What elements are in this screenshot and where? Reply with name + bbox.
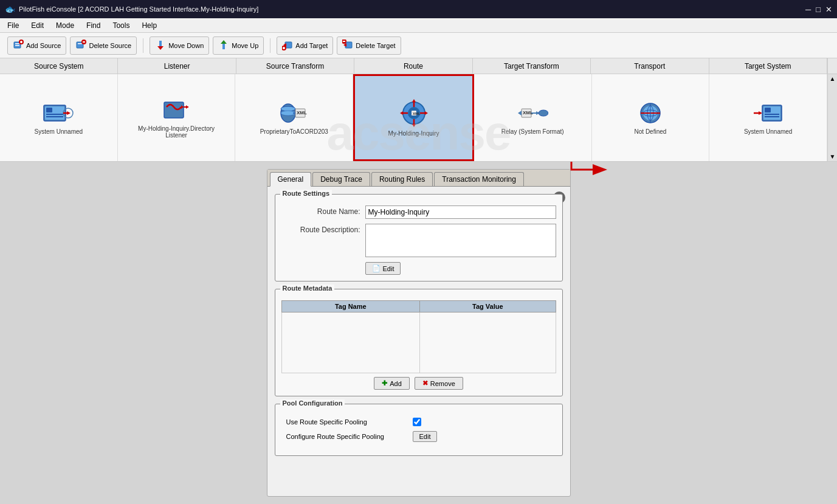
col-header-source-transform: Source Transform [236, 58, 354, 74]
delete-source-button[interactable]: Delete Source [70, 36, 137, 55]
close-button[interactable]: ✕ [825, 5, 832, 14]
route-metadata-section: Route Metadata Tag Name Tag Value [275, 289, 563, 396]
svg-rect-26 [46, 114, 63, 115]
tab-general[interactable]: General [270, 172, 312, 187]
target-system-icon [753, 100, 784, 126]
listener-label: My-Holding-Inquiry.Directory Listener [138, 125, 215, 139]
menu-find[interactable]: Find [81, 20, 105, 31]
toolbar: Add Source Delete Source Move Dow [0, 33, 837, 58]
pool-config-section: Pool Configuration Use Route Specific Po… [275, 404, 563, 456]
pool-config-edit-button[interactable]: Edit [413, 431, 438, 442]
pipeline-source-transform[interactable]: XML ProprietaryToACORD203 [235, 74, 353, 161]
remove-icon: ✖ [422, 379, 428, 387]
col-header-source-system: Source System [0, 58, 118, 74]
pipeline-route[interactable]: XML My-Holding-Inquiry [353, 74, 474, 161]
tag-name-header: Tag Name [281, 301, 420, 312]
pipeline-target-transform[interactable]: XML Relay (System Format) [474, 74, 592, 161]
target-transform-icon: XML [517, 100, 548, 126]
pipeline-scrollbar[interactable]: ▲ ▼ [827, 74, 837, 161]
pipeline-header: Source System Listener Source Transform … [0, 58, 837, 74]
scroll-up-arrow[interactable]: ▲ [828, 74, 837, 83]
menu-mode[interactable]: Mode [51, 20, 79, 31]
app-icon: 🐟 [5, 4, 15, 14]
menu-tools[interactable]: Tools [108, 20, 134, 31]
svg-rect-22 [343, 41, 345, 42]
pipeline-transport[interactable]: Not Defined [592, 74, 710, 161]
metadata-add-button[interactable]: ✚ Add [374, 377, 410, 390]
metadata-remove-button[interactable]: ✖ Remove [415, 377, 463, 390]
source-system-label: System Unnamed [35, 128, 83, 135]
svg-text:XML: XML [297, 110, 307, 116]
use-route-specific-pooling-label: Use Route Specific Pooling [286, 418, 408, 426]
col-header-route: Route [354, 58, 472, 74]
col-header-transport: Transport [591, 58, 709, 74]
transport-icon [635, 100, 666, 126]
menu-edit[interactable]: Edit [26, 20, 49, 31]
configure-route-specific-pooling-label: Configure Route Specific Pooling [286, 433, 408, 440]
pipeline-target-system[interactable]: System Unnamed [709, 74, 827, 161]
add-source-label: Add Source [26, 42, 61, 49]
move-up-button[interactable]: Move Up [213, 36, 264, 55]
svg-marker-48 [412, 124, 416, 127]
svg-marker-50 [400, 111, 403, 115]
svg-rect-1 [15, 43, 19, 44]
add-source-button[interactable]: Add Source [7, 36, 66, 55]
pool-config-title: Pool Configuration [280, 399, 345, 407]
add-target-label: Add Target [295, 42, 328, 49]
menu-file[interactable]: File [2, 20, 24, 31]
metadata-buttons: ✚ Add ✖ Remove [281, 377, 556, 390]
route-name-row: Route Name: [281, 205, 556, 219]
pipeline-source-system[interactable]: System Unnamed [0, 74, 118, 161]
svg-marker-30 [67, 111, 71, 115]
use-route-specific-pooling-row: Use Route Specific Pooling [286, 418, 551, 426]
col-header-target-transform: Target Transform [473, 58, 591, 74]
menu-bar: File Edit Mode Find Tools Help [0, 18, 837, 33]
svg-rect-5 [20, 41, 22, 43]
tab-routing-rules[interactable]: Routing Rules [371, 172, 433, 186]
toolbar-sep-2 [270, 38, 270, 53]
edit-icon: 📄 [372, 264, 381, 272]
window-controls[interactable]: ─ □ ✕ [805, 5, 832, 14]
add-target-icon [282, 40, 293, 52]
pipeline-listener[interactable]: My-Holding-Inquiry.Directory Listener [118, 74, 236, 161]
panel-content: ? Route Settings Route Name: Route Descr… [267, 187, 570, 471]
move-down-button[interactable]: Move Down [150, 36, 209, 55]
route-desc-edit-button[interactable]: 📄 Edit [365, 262, 401, 275]
source-transform-label: ProprietaryToACORD203 [260, 128, 328, 135]
use-route-specific-pooling-checkbox[interactable] [413, 418, 421, 426]
add-target-button[interactable]: Add Target [277, 36, 333, 55]
svg-marker-46 [412, 99, 416, 102]
route-desc-input[interactable] [365, 224, 556, 257]
main-content: General Debug Trace Routing Rules Transa… [0, 162, 837, 504]
transport-label: Not Defined [635, 128, 667, 135]
move-down-icon [155, 40, 166, 52]
delete-target-label: Delete Target [356, 42, 395, 49]
routing-rules-arrow [559, 162, 632, 182]
menu-help[interactable]: Help [137, 20, 162, 31]
maximize-button[interactable]: □ [816, 5, 821, 14]
move-down-label: Move Down [168, 42, 204, 49]
title-bar: 🐟 PilotFish eiConsole [2 ACORD LAH Getti… [0, 0, 837, 18]
move-up-icon [218, 40, 229, 52]
move-up-label: Move Up [232, 42, 258, 49]
target-transform-label: Relay (System Format) [501, 128, 564, 135]
svg-rect-25 [46, 108, 52, 112]
svg-marker-52 [425, 111, 428, 115]
route-name-input[interactable] [365, 205, 556, 219]
delete-source-label: Delete Source [89, 42, 131, 49]
scroll-down-arrow[interactable]: ▼ [828, 152, 837, 161]
add-source-icon [13, 40, 24, 52]
delete-target-button[interactable]: Delete Target [337, 36, 401, 55]
metadata-empty-row [281, 312, 556, 373]
svg-rect-18 [283, 47, 285, 49]
minimize-button[interactable]: ─ [805, 5, 811, 14]
tab-debug-trace[interactable]: Debug Trace [312, 172, 370, 186]
route-name-label: Route Name: [281, 205, 360, 216]
source-transform-icon: XML [278, 100, 310, 126]
tab-transaction-monitoring[interactable]: Transaction Monitoring [434, 172, 524, 186]
svg-rect-2 [15, 45, 19, 46]
svg-rect-70 [765, 114, 779, 115]
svg-marker-66 [759, 111, 762, 115]
svg-point-58 [539, 110, 548, 116]
col-header-listener: Listener [118, 58, 236, 74]
